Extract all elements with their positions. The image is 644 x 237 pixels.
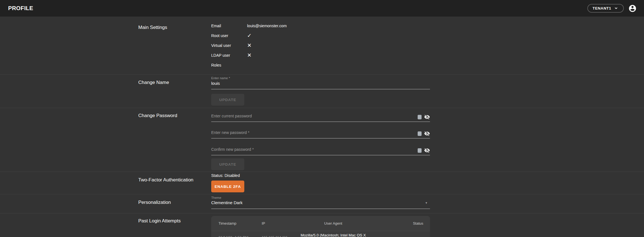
check-icon: ✓ bbox=[247, 33, 252, 38]
account-avatar-icon[interactable] bbox=[628, 4, 637, 13]
login-attempts-table: Timestamp IP User Agent Status 01/14/21,… bbox=[211, 216, 430, 237]
top-bar: PROFILE TENANT1 bbox=[0, 0, 644, 17]
visibility-off-icon[interactable] bbox=[424, 147, 430, 153]
info-row-email: Email louis@siemonster.com bbox=[211, 21, 430, 31]
past-login-content: Timestamp IP User Agent Status 01/14/21,… bbox=[211, 213, 430, 237]
theme-field-label: Theme bbox=[211, 194, 430, 199]
password-manager-icon[interactable]: ··· bbox=[418, 131, 422, 136]
column-header-timestamp: Timestamp bbox=[211, 221, 262, 225]
password-manager-icon[interactable]: ··· bbox=[418, 115, 422, 119]
change-password-content: ··· ··· ··· UPDA bbox=[211, 108, 430, 172]
column-header-ip: IP bbox=[262, 221, 298, 225]
section-title: Change Name bbox=[138, 75, 211, 108]
visibility-off-icon[interactable] bbox=[424, 131, 430, 136]
section-title: Personalization bbox=[138, 194, 211, 213]
enable-2fa-button[interactable]: ENABLE 2FA bbox=[211, 181, 244, 192]
section-title: Past Login Attempts bbox=[138, 213, 211, 237]
cell-timestamp: 01/14/21, 1:51 PM bbox=[211, 231, 262, 237]
cell-ip: 115.115.114.111 bbox=[262, 231, 298, 237]
close-icon: ✕ bbox=[247, 43, 252, 48]
change-name-content: Enter name * UPDATE bbox=[211, 75, 430, 108]
section-title: Main Settings bbox=[138, 17, 211, 74]
info-row-virtual-user: Virtual user ✕ bbox=[211, 40, 430, 50]
chevron-down-icon bbox=[614, 6, 618, 11]
tenant-selector-button[interactable]: TENANT1 bbox=[587, 4, 624, 13]
new-password-field: ··· bbox=[211, 130, 430, 138]
section-past-login-attempts: Past Login Attempts Timestamp IP User Ag… bbox=[0, 213, 644, 237]
name-input[interactable] bbox=[211, 81, 430, 89]
theme-selected-value: Clementine Dark bbox=[211, 200, 243, 205]
info-row-ldap-user: LDAP user ✕ bbox=[211, 50, 430, 60]
table-header-row: Timestamp IP User Agent Status bbox=[211, 216, 430, 231]
two-factor-content: Status: Disabled ENABLE 2FA bbox=[211, 172, 430, 194]
email-label: Email bbox=[211, 24, 247, 28]
password-manager-icon[interactable]: ··· bbox=[418, 148, 422, 153]
two-factor-status: Status: Disabled bbox=[211, 173, 430, 178]
roles-label: Roles bbox=[211, 63, 247, 67]
section-two-factor: Two-Factor Authentication Status: Disabl… bbox=[0, 172, 644, 194]
name-field-label: Enter name * bbox=[211, 75, 430, 80]
theme-select[interactable]: Clementine Dark ▼ bbox=[211, 200, 430, 209]
visibility-off-icon[interactable] bbox=[424, 114, 430, 120]
section-title: Two-Factor Authentication bbox=[138, 172, 211, 194]
dropdown-arrow-icon: ▼ bbox=[425, 201, 428, 204]
root-user-label: Root user bbox=[211, 33, 247, 38]
current-password-input[interactable] bbox=[211, 114, 386, 118]
section-title: Change Password bbox=[138, 108, 211, 172]
main-settings-content: Email louis@siemonster.com Root user ✓ V… bbox=[211, 17, 430, 74]
cell-status bbox=[368, 231, 430, 237]
email-value: louis@siemonster.com bbox=[247, 24, 287, 28]
confirm-password-input[interactable] bbox=[211, 147, 386, 152]
section-main-settings: Main Settings Email louis@siemonster.com… bbox=[0, 17, 644, 75]
new-password-input[interactable] bbox=[211, 130, 386, 135]
password-field-icons: ··· bbox=[418, 147, 430, 153]
password-field-icons: ··· bbox=[418, 131, 430, 136]
section-change-password: Change Password ··· ··· ··· bbox=[0, 108, 644, 172]
current-password-field: ··· bbox=[211, 114, 430, 122]
column-header-status: Status bbox=[368, 221, 430, 225]
close-icon: ✕ bbox=[247, 53, 252, 58]
personalization-content: Theme Clementine Dark ▼ bbox=[211, 194, 430, 213]
update-name-button[interactable]: UPDATE bbox=[211, 94, 244, 106]
info-row-roles: Roles bbox=[211, 60, 430, 70]
section-personalization: Personalization Theme Clementine Dark ▼ bbox=[0, 194, 644, 213]
page-title: PROFILE bbox=[8, 5, 33, 12]
update-password-button[interactable]: UPDATE bbox=[211, 158, 244, 170]
virtual-user-label: Virtual user bbox=[211, 43, 247, 48]
table-row: 01/14/21, 1:51 PM 115.115.114.111 Mozill… bbox=[211, 231, 430, 237]
section-change-name: Change Name Enter name * UPDATE bbox=[0, 75, 644, 108]
ldap-user-label: LDAP user bbox=[211, 53, 247, 58]
column-header-user-agent: User Agent bbox=[298, 221, 368, 225]
tenant-selector-label: TENANT1 bbox=[593, 6, 611, 10]
cell-user-agent: Mozilla/5.0 (Macintosh; Intel Mac OS X 1… bbox=[298, 231, 368, 237]
confirm-password-field: ··· bbox=[211, 147, 430, 155]
info-row-root-user: Root user ✓ bbox=[211, 31, 430, 40]
password-field-icons: ··· bbox=[418, 114, 430, 120]
